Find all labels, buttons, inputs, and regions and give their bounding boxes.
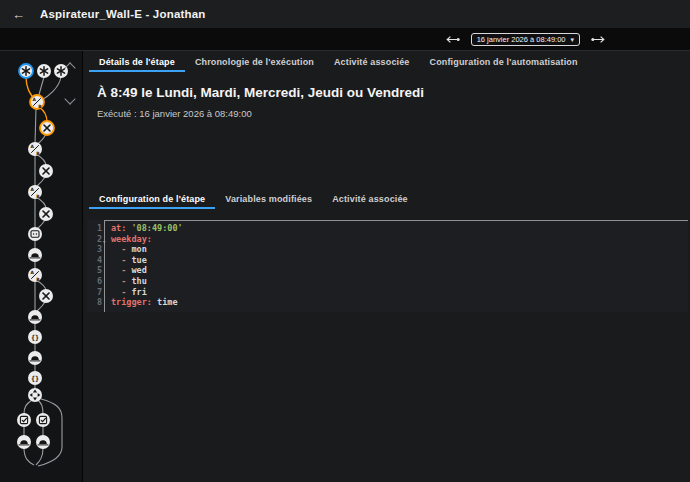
top-bar: ← Aspirateur_Wall-E - Jonathan xyxy=(0,0,690,28)
trigger-node[interactable] xyxy=(37,64,51,78)
page-title: Aspirateur_Wall-E - Jonathan xyxy=(40,8,206,20)
trace-edge xyxy=(24,448,34,465)
fold-caret-icon[interactable]: ▾ xyxy=(102,237,106,248)
trace-timestamp-value: 16 janvier 2026 à 08:49:00 xyxy=(477,35,566,44)
svg-text:{}: {} xyxy=(31,334,39,342)
trace-graph-sidebar: ABABABAB{}{} xyxy=(0,51,83,482)
line-number: 7 xyxy=(87,287,102,298)
ray-start-arrow-icon xyxy=(591,35,606,44)
line-number: 4 xyxy=(87,255,102,266)
braces-node[interactable]: {} xyxy=(28,330,42,344)
choose-node[interactable]: AB xyxy=(28,142,42,156)
code-line: - tue xyxy=(111,255,688,266)
parallel-node[interactable] xyxy=(28,388,42,402)
line-number: 5 xyxy=(87,265,102,276)
trace-controls-row: 16 janvier 2026 à 08:49:00 ▾ xyxy=(0,28,690,50)
braces-node[interactable]: {} xyxy=(28,371,42,385)
stop-node[interactable] xyxy=(39,207,53,221)
line-number: 2▾ xyxy=(87,234,102,245)
tab-execution-timeline[interactable]: Chronologie de l'exécution xyxy=(185,54,324,72)
ray-end-arrow-icon xyxy=(445,35,460,44)
tab-related-activity-2[interactable]: Activité associée xyxy=(322,191,418,209)
older-trace-button[interactable] xyxy=(445,35,460,44)
step-details-panel: Détails de l'étape Chronologie de l'exéc… xyxy=(83,51,690,482)
trace-edge xyxy=(24,400,32,414)
trace-edge xyxy=(38,400,43,414)
trigger-node[interactable] xyxy=(19,64,33,78)
primary-tabs: Détails de l'étape Chronologie de l'exéc… xyxy=(83,51,690,72)
automation-trace-page: ← Aspirateur_Wall-E - Jonathan 16 janvie… xyxy=(0,0,690,482)
condition-node[interactable] xyxy=(17,413,31,427)
editor-code: at: '08:49:00'weekday: - mon - tue - wed… xyxy=(104,220,688,312)
code-line: - fri xyxy=(111,287,688,298)
svg-text:A: A xyxy=(30,270,34,275)
dome-node[interactable] xyxy=(28,248,42,262)
svg-text:A: A xyxy=(30,187,34,192)
code-line: - wed xyxy=(111,265,688,276)
tab-step-details[interactable]: Détails de l'étape xyxy=(89,54,185,72)
choose-node[interactable]: AB xyxy=(28,185,42,199)
tab-step-config[interactable]: Configuration de l'étape xyxy=(89,191,215,209)
stop-node[interactable] xyxy=(39,289,53,303)
newer-trace-button[interactable] xyxy=(591,35,606,44)
dome-node[interactable] xyxy=(36,435,50,449)
step-title: À 8:49 le Lundi, Mardi, Mercredi, Jeudi … xyxy=(97,85,690,100)
secondary-tabs: Configuration de l'étape Variables modif… xyxy=(83,191,690,209)
dome-node[interactable] xyxy=(28,351,42,365)
line-number: 3 xyxy=(87,244,102,255)
trace-edge xyxy=(39,107,47,122)
trace-edge xyxy=(35,108,36,144)
line-number: 8 xyxy=(87,297,102,308)
choose-node[interactable]: AB xyxy=(30,95,44,109)
code-line: trigger: time xyxy=(111,297,688,308)
svg-text:A: A xyxy=(30,144,34,149)
dome-node[interactable] xyxy=(17,435,31,449)
line-number: 1 xyxy=(87,223,102,234)
main-area: ABABABAB{}{} Détails de l'étape Chronolo… xyxy=(0,50,690,482)
choose-node[interactable]: AB xyxy=(28,268,42,282)
dome-node[interactable] xyxy=(28,310,42,324)
back-arrow-icon[interactable]: ← xyxy=(12,8,25,21)
code-line: - mon xyxy=(111,244,688,255)
svg-text:{}: {} xyxy=(31,375,39,383)
tab-related-activity[interactable]: Activité associée xyxy=(324,54,420,72)
trace-timestamp-select[interactable]: 16 janvier 2026 à 08:49:00 ▾ xyxy=(471,33,580,46)
device-node[interactable] xyxy=(28,227,42,241)
svg-text:A: A xyxy=(32,97,36,102)
select-caret-icon: ▾ xyxy=(570,36,574,43)
condition-node[interactable] xyxy=(36,413,50,427)
code-braces-icon: {} xyxy=(31,375,39,383)
editor-gutter: 12▾345678 xyxy=(87,220,104,312)
yaml-editor[interactable]: 12▾345678 at: '08:49:00'weekday: - mon -… xyxy=(87,220,688,312)
code-braces-icon: {} xyxy=(31,334,39,342)
trace-graph: ABABABAB{}{} xyxy=(0,51,82,482)
code-line: - thu xyxy=(111,276,688,287)
code-line: at: '08:49:00' xyxy=(111,223,688,234)
code-line: weekday: xyxy=(111,234,688,245)
executed-timestamp: Exécuté : 16 janvier 2026 à 08:49:00 xyxy=(97,108,690,119)
tab-automation-config[interactable]: Configuration de l'automatisation xyxy=(420,54,588,72)
line-number: 6 xyxy=(87,276,102,287)
trace-edge xyxy=(36,448,43,465)
stop-node[interactable] xyxy=(39,164,53,178)
tab-changed-variables[interactable]: Variables modifiées xyxy=(215,191,322,209)
stop-node[interactable] xyxy=(40,121,54,135)
